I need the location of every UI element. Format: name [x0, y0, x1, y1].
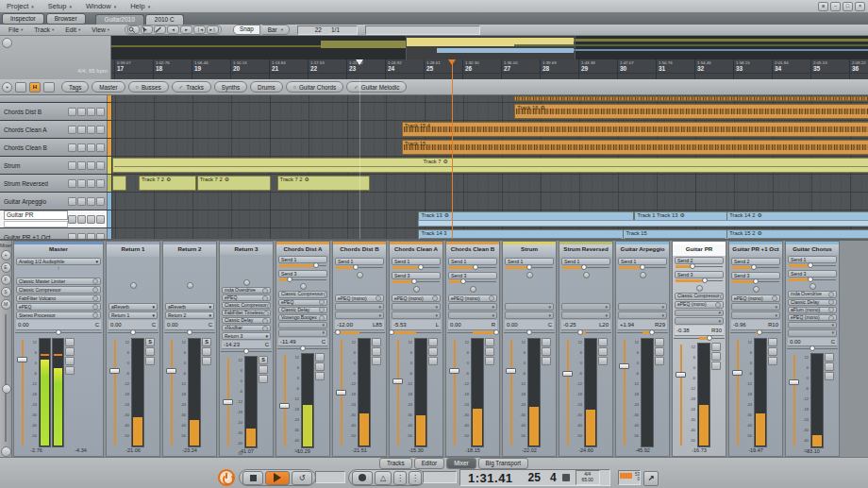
track-solo-button[interactable] — [77, 108, 86, 116]
insert-slot[interactable]: Classic Delay — [278, 307, 327, 313]
strip-title[interactable]: Strum — [503, 242, 556, 257]
pan-slider[interactable] — [504, 330, 555, 336]
strip-knob[interactable] — [446, 285, 499, 293]
rail-bottom-button[interactable] — [1, 446, 11, 457]
meter-option-button[interactable] — [598, 357, 608, 365]
empty-insert-slot[interactable]: ▾ — [505, 311, 554, 319]
strip-knob[interactable] — [503, 271, 556, 278]
send-level-slider[interactable] — [676, 264, 723, 270]
fader-handle[interactable] — [619, 363, 629, 369]
slider-knob[interactable] — [649, 329, 655, 335]
track-record-button[interactable] — [87, 108, 95, 116]
track-mute-button[interactable] — [68, 108, 76, 116]
meter-option-button[interactable] — [202, 347, 211, 356]
metronome-button[interactable]: △ — [375, 471, 392, 485]
project-tab[interactable]: Guitar2010 — [95, 14, 144, 25]
slider-knob[interactable] — [335, 329, 341, 335]
send-level-slider[interactable] — [279, 278, 326, 283]
empty-insert-slot[interactable]: ▾ — [675, 317, 724, 325]
strip-title[interactable]: Chords Dist A — [276, 242, 329, 255]
channel-fader[interactable] — [618, 338, 630, 447]
meter-option-button[interactable] — [259, 375, 268, 383]
slider-knob[interactable] — [187, 329, 192, 335]
track-header-chords-dist-b[interactable]: Chords Dist B — [0, 103, 108, 120]
menu-window[interactable]: Window▾ — [79, 2, 124, 10]
track-solo-button[interactable] — [77, 215, 86, 224]
strip-knob[interactable] — [390, 285, 442, 293]
clip-track-15[interactable]: Track 15 — [402, 140, 868, 155]
track-options-button[interactable] — [96, 108, 105, 116]
slider-knob[interactable] — [702, 278, 708, 283]
track-options-button[interactable] — [43, 82, 55, 93]
channel-fader[interactable] — [222, 356, 234, 448]
rail-button-e[interactable]: E — [1, 262, 11, 273]
send-level-slider[interactable] — [789, 278, 836, 283]
punch-out-button[interactable]: ⋮ — [409, 471, 422, 485]
output-device-select[interactable]: Analog 1/2 Audiophile▾ — [16, 258, 101, 265]
track-mute-button[interactable] — [68, 179, 76, 188]
mouse-mode-button[interactable]: ↗ — [643, 471, 659, 486]
track-options-button[interactable] — [96, 215, 105, 224]
fader-handle[interactable] — [732, 370, 743, 376]
strip-knob[interactable] — [729, 285, 782, 293]
track-record-button[interactable] — [87, 161, 95, 170]
signature-tempo-box[interactable]: 4/465.00 — [576, 470, 600, 485]
slider-knob[interactable] — [753, 278, 759, 284]
slider-knob[interactable] — [473, 264, 478, 270]
fader-handle[interactable] — [166, 368, 176, 374]
pan-slider[interactable] — [108, 330, 159, 336]
pan-slider[interactable] — [447, 330, 498, 336]
rail-button-m[interactable]: M — [1, 299, 11, 310]
rail-button-+[interactable]: + — [1, 250, 11, 261]
strip-title[interactable]: Guitar PR +1 Oct — [729, 242, 782, 257]
track-options-button[interactable] — [96, 197, 105, 206]
insert-slot[interactable]: Voxengo Boogex — [278, 314, 327, 321]
empty-insert-slot[interactable]: ▾ — [392, 311, 441, 319]
strip-knob[interactable] — [163, 281, 216, 289]
empty-insert-slot[interactable]: ▾ — [788, 329, 837, 336]
fader-handle[interactable] — [17, 357, 27, 362]
slider-knob[interactable] — [640, 264, 645, 270]
strip-title[interactable]: Strum Reversed — [559, 242, 612, 257]
insert-slot[interactable]: Classic Compressor — [675, 293, 724, 300]
meter-option-button[interactable] — [485, 357, 494, 365]
overview-viewport[interactable] — [406, 36, 576, 59]
track-solo-button[interactable] — [77, 143, 86, 152]
clip-track-15-4[interactable]: Track 15 4 — [402, 122, 868, 137]
solo-button[interactable]: S — [202, 338, 211, 346]
punch-in-button[interactable]: ⋮ — [393, 471, 407, 485]
strip-title[interactable]: Guitar Chorus — [786, 242, 839, 255]
insert-slot[interactable]: Stereo Processor — [16, 311, 101, 319]
slider-knob[interactable] — [389, 329, 394, 335]
arrangement-overview[interactable] — [111, 36, 868, 60]
meter-option-button[interactable] — [428, 347, 438, 356]
strip-title[interactable]: Return 3 — [220, 242, 273, 255]
meter-option-button[interactable] — [315, 353, 325, 362]
send-level-slider[interactable] — [619, 265, 666, 271]
fader-handle[interactable] — [223, 399, 233, 405]
channel-fader[interactable] — [335, 338, 347, 447]
slider-knob[interactable] — [411, 278, 417, 284]
slider-knob[interactable] — [808, 262, 813, 268]
pan-slider[interactable] — [15, 330, 102, 336]
menu-help[interactable]: Help▾ — [124, 2, 158, 10]
rail-zoom-slider[interactable] — [5, 314, 7, 442]
insert-slot[interactable]: ePEQ (mono) — [392, 294, 441, 302]
meter-option-button[interactable] — [542, 357, 551, 365]
filter-chip-busses[interactable]: ○Busses — [128, 81, 169, 93]
meter-option-button[interactable] — [65, 347, 75, 356]
send-label[interactable]: Send 1 — [278, 256, 327, 263]
strip-title[interactable]: Chords Clean B — [446, 242, 499, 257]
maximize-button[interactable]: □ — [843, 2, 853, 11]
insert-slot[interactable]: Classic Master Limiter — [16, 278, 101, 285]
cursor-tool-button[interactable] — [141, 25, 153, 34]
send-level-slider[interactable] — [392, 265, 440, 271]
filter-chip-guitar-melodic[interactable]: ✓Guitar Melodic — [346, 81, 407, 93]
insert-slot[interactable]: Classic Delay — [788, 299, 837, 306]
fader-handle[interactable] — [449, 368, 459, 374]
clip-track-7-2[interactable]: Track 7 2⚙ — [277, 176, 370, 191]
send-level-slider[interactable] — [562, 265, 609, 271]
meter-option-button[interactable] — [655, 347, 664, 356]
filter-chip-drums[interactable]: Drums — [250, 81, 283, 93]
strip-knob[interactable] — [786, 283, 839, 290]
